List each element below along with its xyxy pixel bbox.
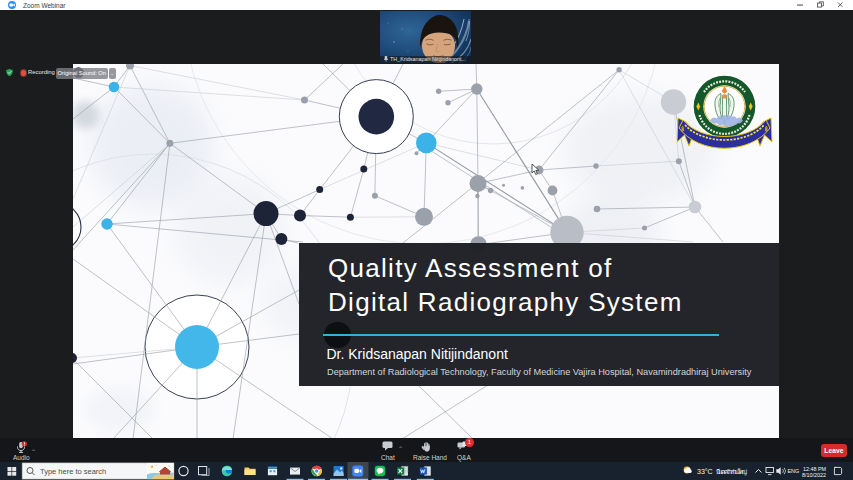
svg-text:33°C: 33°C bbox=[697, 468, 713, 475]
svg-text:12:48 PM: 12:48 PM bbox=[803, 466, 827, 472]
svg-text:ENG: ENG bbox=[788, 468, 800, 474]
svg-text:Type here to search: Type here to search bbox=[40, 467, 106, 476]
svg-text:มีแดดจัาส่วนใหญ่: มีแดดจัาส่วนใหญ่ bbox=[716, 468, 747, 476]
svg-text:8/10/2022: 8/10/2022 bbox=[802, 472, 826, 478]
